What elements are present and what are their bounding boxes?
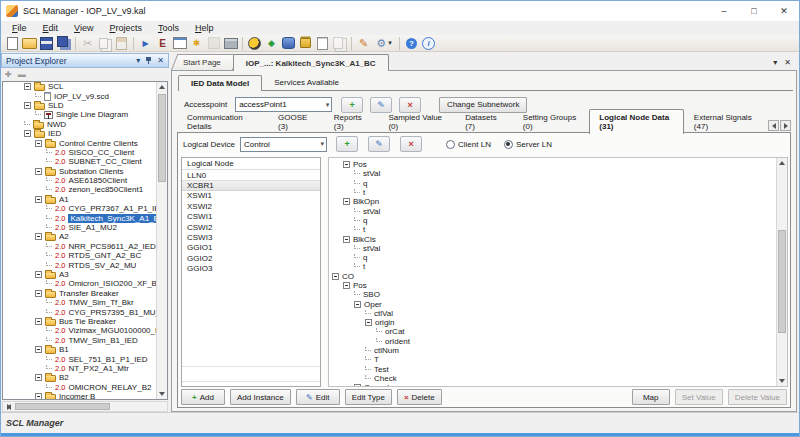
data-tree-item[interactable]: Cancel bbox=[329, 383, 787, 387]
new-file-icon[interactable] bbox=[4, 36, 21, 51]
subtab-datasets-7-[interactable]: Datasets (7) bbox=[455, 111, 513, 133]
tab-scroll-right-icon[interactable] bbox=[780, 120, 791, 131]
logical-node-item[interactable]: GGIO2 bbox=[182, 253, 320, 263]
expander-icon[interactable] bbox=[343, 236, 350, 243]
subtab-communication-details[interactable]: Communication Details bbox=[177, 111, 268, 133]
data-tree-item[interactable]: Pos bbox=[329, 160, 787, 169]
data-tree-item[interactable]: t bbox=[329, 188, 787, 197]
window-editor-icon[interactable] bbox=[171, 36, 188, 51]
collapse-all-icon[interactable]: ▬ bbox=[18, 70, 26, 79]
validate-icon[interactable] bbox=[137, 36, 154, 51]
explorer-tree-item[interactable]: IED bbox=[3, 129, 167, 138]
settings-icon[interactable] bbox=[372, 36, 396, 51]
about-icon[interactable] bbox=[420, 36, 437, 51]
explorer-tree-item[interactable]: 2.0Vizimax_MGU0100000_BTB_ bbox=[3, 326, 167, 335]
scroll-down-icon[interactable] bbox=[157, 389, 167, 399]
save-all-icon[interactable] bbox=[55, 36, 72, 51]
logical-node-item[interactable]: LLN0 bbox=[182, 170, 320, 180]
radio-server-ln[interactable]: Server LN bbox=[504, 140, 552, 149]
expander-icon[interactable] bbox=[24, 102, 31, 109]
data-tree-item[interactable]: q bbox=[329, 253, 787, 262]
explorer-tree-item[interactable]: A3 bbox=[3, 270, 167, 279]
menu-view[interactable]: View bbox=[66, 23, 101, 33]
explorer-tree-item[interactable]: SLD bbox=[3, 101, 167, 110]
expander-icon[interactable] bbox=[354, 301, 361, 308]
menu-help[interactable]: Help bbox=[187, 23, 222, 33]
expander-icon[interactable] bbox=[332, 273, 339, 280]
security-icon[interactable] bbox=[297, 36, 314, 51]
menu-tools[interactable]: Tools bbox=[150, 23, 187, 33]
expander-icon[interactable] bbox=[35, 271, 42, 278]
data-tree-item[interactable]: BlkCls bbox=[329, 234, 787, 243]
expander-icon[interactable] bbox=[365, 319, 372, 326]
expander-icon[interactable] bbox=[35, 233, 42, 240]
logical-node-item[interactable]: XSWI2 bbox=[182, 201, 320, 211]
explorer-tree-item[interactable]: 2.0CYG_PRS7395_B1_MU_BC bbox=[3, 307, 167, 316]
explorer-tree-item[interactable]: 2.0ASE61850Client bbox=[3, 176, 167, 185]
expander-icon[interactable] bbox=[343, 161, 350, 168]
data-tree-item[interactable]: ctlVal bbox=[329, 309, 787, 318]
logical-node-item[interactable]: CSWI2 bbox=[182, 222, 320, 232]
map-button[interactable]: Map bbox=[632, 389, 670, 405]
data-tree-item[interactable]: stVal bbox=[329, 244, 787, 253]
explorer-tree-item[interactable]: Incomer B bbox=[3, 392, 167, 400]
data-tree-item[interactable]: Oper bbox=[329, 299, 787, 308]
explorer-tree-item[interactable]: Transfer Breaker bbox=[3, 289, 167, 298]
menu-edit[interactable]: Edit bbox=[35, 23, 67, 33]
tab-scroll-left-icon[interactable] bbox=[768, 120, 779, 131]
open-project-icon[interactable] bbox=[21, 36, 38, 51]
data-tree-item[interactable]: q bbox=[329, 216, 787, 225]
pencil-icon[interactable] bbox=[355, 36, 372, 51]
explorer-tree-item[interactable]: A2 bbox=[3, 232, 167, 241]
data-tree-item[interactable]: SBO bbox=[329, 290, 787, 299]
data-tree-item[interactable]: stVal bbox=[329, 169, 787, 178]
maximize-button[interactable]: □ bbox=[739, 1, 769, 21]
explorer-tree-item[interactable]: Bus Tie Breaker bbox=[3, 317, 167, 326]
save-icon[interactable] bbox=[38, 36, 55, 51]
edit-type-button[interactable]: Edit Type bbox=[345, 389, 392, 405]
expander-icon[interactable] bbox=[354, 384, 361, 387]
logical-node-item[interactable]: CSWI1 bbox=[182, 212, 320, 222]
data-tree-item[interactable]: ctlNum bbox=[329, 346, 787, 355]
expand-all-icon[interactable]: ✚ bbox=[5, 70, 12, 79]
explorer-tree-item[interactable]: Substation Clients bbox=[3, 167, 167, 176]
database-icon[interactable] bbox=[280, 36, 297, 51]
expander-icon[interactable] bbox=[35, 318, 42, 325]
explorer-tree-item[interactable]: B1 bbox=[3, 345, 167, 354]
tab-close-icon[interactable]: ✕ bbox=[784, 58, 791, 67]
expander-icon[interactable] bbox=[35, 374, 42, 381]
explorer-hscrollbar[interactable] bbox=[2, 401, 168, 412]
logical-node-item[interactable]: XCBR1 bbox=[182, 180, 320, 190]
panel-menu-icon[interactable]: ▾ bbox=[136, 56, 140, 65]
explorer-tree-item[interactable]: 2.0NT_PX2_A1_Mtr bbox=[3, 364, 167, 373]
data-tree-item[interactable]: Test bbox=[329, 365, 787, 374]
subtab-setting-groups-0-[interactable]: Setting Groups (0) bbox=[513, 111, 590, 133]
export-icon[interactable] bbox=[222, 36, 239, 51]
expander-icon[interactable] bbox=[35, 393, 42, 400]
explorer-tree-item[interactable]: 2.0RTDS_GNT_A2_BC bbox=[3, 251, 167, 260]
data-tree-item[interactable]: orCat bbox=[329, 327, 787, 336]
scroll-up-icon[interactable] bbox=[777, 158, 787, 168]
data-tree-item[interactable]: t bbox=[329, 262, 787, 271]
expander-icon[interactable] bbox=[35, 346, 42, 353]
data-tree-item[interactable]: BlkOpn bbox=[329, 197, 787, 206]
expander-icon[interactable] bbox=[24, 130, 31, 137]
explorer-tree-item[interactable]: 2.0TMW_Sim_Tf_Bkr bbox=[3, 298, 167, 307]
panel-close-icon[interactable]: ✕ bbox=[157, 56, 164, 65]
edit-button[interactable]: ✎Edit bbox=[296, 389, 340, 405]
data-tree-item[interactable]: q bbox=[329, 179, 787, 188]
add-button[interactable]: +Add bbox=[181, 389, 225, 405]
subtab-sampled-value-0-[interactable]: Sampled Value (0) bbox=[378, 111, 455, 133]
scroll-down-icon[interactable] bbox=[777, 376, 787, 386]
delete-button[interactable]: ×Delete bbox=[397, 389, 442, 405]
tab-ied-data-model[interactable]: IED Data Model bbox=[178, 75, 262, 91]
menu-projects[interactable]: Projects bbox=[101, 23, 150, 33]
explorer-tree-item[interactable]: 2.0TMW_Sim_B1_IED bbox=[3, 336, 167, 345]
data-tree-item[interactable]: origin bbox=[329, 318, 787, 327]
explorer-tree-item[interactable]: 2.0OMICRON_RELAY_B2 bbox=[3, 383, 167, 392]
data-tree-item[interactable]: T bbox=[329, 355, 787, 364]
subtab-reports-3-[interactable]: Reports (3) bbox=[324, 111, 379, 133]
explorer-tree-item[interactable]: 2.0SEL_751_B1_P1_IED bbox=[3, 354, 167, 363]
data-tree-item[interactable]: orIdent bbox=[329, 337, 787, 346]
explorer-tree-item[interactable]: SCL bbox=[3, 82, 167, 91]
